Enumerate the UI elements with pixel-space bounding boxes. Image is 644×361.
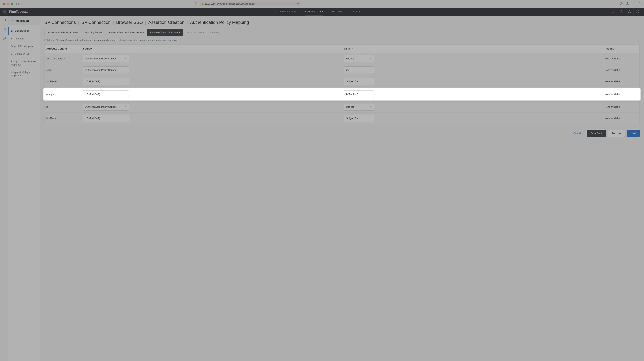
crumb-item[interactable]: Assertion Creation bbox=[148, 20, 184, 25]
source-select[interactable]: LDAP (LDAP)▾ bbox=[83, 90, 129, 98]
chevron-down-icon: ▾ bbox=[125, 58, 126, 60]
source-select[interactable]: LDAP (LDAP)▾ bbox=[83, 115, 129, 122]
sidenav-title: Integration bbox=[15, 19, 29, 22]
shield-rail-icon[interactable] bbox=[0, 37, 8, 40]
table-row: SAML_SUBJECTAuthentication Policy Contra… bbox=[44, 53, 640, 64]
actions-cell: None available bbox=[603, 93, 640, 96]
next-button[interactable]: Next bbox=[627, 130, 640, 137]
actions-cell: None available bbox=[603, 57, 640, 60]
cell-attr: email bbox=[44, 69, 81, 71]
search-icon[interactable] bbox=[609, 8, 617, 16]
close-window-button[interactable] bbox=[2, 3, 5, 5]
crumb-item[interactable]: SP Connection bbox=[81, 20, 111, 25]
url-text: 52.23.3.147:9999/pingfederate/app#/spCon… bbox=[205, 3, 256, 5]
table-row: idAuthentication Policy Contract▾subject… bbox=[44, 101, 640, 113]
step-tab[interactable]: Authentication Policy Contract bbox=[44, 29, 82, 36]
crumb-item[interactable]: Authentication Policy Mapping bbox=[190, 20, 249, 25]
svg-rect-4 bbox=[639, 3, 641, 5]
value-select[interactable]: isMemberOf▾ bbox=[344, 90, 374, 98]
crumb-sep: | bbox=[187, 20, 188, 25]
value-select[interactable]: Subject DN▾ bbox=[344, 78, 374, 85]
cell-attr: firstName bbox=[44, 80, 81, 83]
source-select[interactable]: Authentication Policy Contract▾ bbox=[83, 66, 129, 74]
help-icon[interactable]: ? bbox=[625, 8, 633, 16]
nav-security[interactable]: SECURITY bbox=[332, 8, 344, 16]
nav-applications[interactable]: APPLICATIONS bbox=[305, 8, 323, 16]
notifications-icon[interactable] bbox=[617, 8, 625, 16]
minimize-window-button[interactable] bbox=[6, 3, 9, 5]
info-icon[interactable]: ? bbox=[352, 48, 354, 50]
chevron-down-icon[interactable]: ▾ bbox=[21, 3, 22, 5]
crumb-sep: | bbox=[113, 20, 114, 25]
th-actions: Actions bbox=[603, 45, 640, 53]
sidenav-back-header[interactable]: 〈 Integration bbox=[8, 16, 40, 25]
sidenav-item[interactable]: SP Default URLs bbox=[8, 50, 40, 58]
value-select[interactable]: mail▾ bbox=[344, 66, 374, 74]
chevron-down-icon: ▾ bbox=[370, 58, 372, 60]
table-row: groupsLDAP (LDAP)▾isMemberOf▾None availa… bbox=[44, 88, 640, 101]
tabs-icon[interactable] bbox=[639, 2, 642, 6]
actions-cell: None available bbox=[603, 69, 640, 71]
brand-square-icon: Ping bbox=[2, 10, 7, 14]
step-tabs: Authentication Policy ContractMapping Me… bbox=[44, 29, 640, 36]
app-topnav: Ping PingFederate AUTHENTICATIONAPPLICAT… bbox=[0, 8, 644, 16]
brand-light: Federate bbox=[16, 10, 28, 14]
svg-point-10 bbox=[637, 11, 638, 12]
address-bar[interactable]: 🔒 52.23.3.147:9999/pingfederate/app#/spC… bbox=[200, 2, 301, 6]
browser-toolbar: ▾ 〈 〉 🔒 52.23.3.147:9999/pingfederate/ap… bbox=[0, 0, 644, 8]
step-tab[interactable]: Mapping Method bbox=[82, 29, 106, 36]
chevron-down-icon: ▾ bbox=[125, 117, 126, 119]
maximize-window-button[interactable] bbox=[11, 3, 13, 5]
nav-system[interactable]: SYSTEM bbox=[352, 8, 363, 16]
cell-attr: SAML_SUBJECT bbox=[44, 57, 81, 60]
crumb-item[interactable]: Browser SSO bbox=[116, 20, 143, 25]
downloads-icon[interactable] bbox=[620, 2, 622, 6]
value-select[interactable]: Subject DN▾ bbox=[344, 115, 374, 122]
svg-point-11 bbox=[4, 38, 4, 39]
step-tab: Summary bbox=[207, 29, 223, 36]
step-tab[interactable]: Attribute Contract Fulfillment bbox=[147, 29, 183, 36]
source-select[interactable]: Authentication Policy Contract▾ bbox=[83, 55, 129, 62]
step-tab: Issuance Criteria bbox=[183, 29, 207, 36]
step-tab[interactable]: Attribute Sources & User Lookup bbox=[106, 29, 147, 36]
svg-rect-3 bbox=[640, 2, 642, 4]
svg-line-6 bbox=[614, 12, 614, 13]
chevron-down-icon: ▾ bbox=[370, 93, 372, 95]
table-row: lastNameLDAP (LDAP)▾Subject DN▾None avai… bbox=[44, 113, 640, 124]
refresh-button[interactable]: ⟳ bbox=[297, 3, 299, 5]
user-avatar-icon[interactable] bbox=[633, 8, 642, 16]
sidenav-item[interactable]: Adapter-to-Adapter Mappings bbox=[8, 68, 40, 79]
source-select[interactable]: Authentication Policy Contract▾ bbox=[83, 103, 129, 111]
th-value: Value? bbox=[342, 45, 603, 53]
chevron-down-icon: ▾ bbox=[370, 106, 372, 108]
sidenav-item[interactable]: SP Adapters bbox=[8, 35, 40, 43]
crumb-item[interactable]: SP Connections bbox=[44, 20, 76, 25]
sidenav-item[interactable]: Policy Contract Adapter Mappings bbox=[8, 58, 40, 68]
nav-authentication[interactable]: AUTHENTICATION bbox=[275, 8, 296, 16]
document-rail-icon[interactable] bbox=[0, 28, 8, 31]
chevron-left-icon: 〈 bbox=[11, 19, 13, 22]
cell-attr: lastName bbox=[44, 117, 81, 120]
previous-button[interactable]: Previous bbox=[608, 130, 625, 137]
cancel-button[interactable]: Cancel bbox=[570, 130, 584, 137]
forward-button[interactable]: 〉 bbox=[31, 2, 34, 6]
th-attribute: Attribute Contract bbox=[44, 45, 81, 53]
cell-attr: groups bbox=[44, 93, 81, 96]
new-tab-icon[interactable]: ＋ bbox=[632, 2, 635, 6]
value-select[interactable]: subject▾ bbox=[344, 55, 374, 62]
source-select[interactable]: LDAP (LDAP)▾ bbox=[83, 78, 129, 85]
back-button[interactable]: 〈 bbox=[26, 2, 29, 6]
privacy-shield-icon[interactable] bbox=[195, 2, 197, 5]
actions-cell: None available bbox=[603, 117, 640, 120]
brand-logo[interactable]: Ping PingFederate bbox=[2, 10, 28, 14]
sidenav-item[interactable]: SP Connections bbox=[8, 27, 40, 35]
value-select[interactable]: subject▾ bbox=[344, 103, 374, 111]
chevron-down-icon: ▾ bbox=[370, 80, 372, 83]
sidenav-item[interactable]: Target URL Mapping bbox=[8, 42, 40, 50]
integration-rail-icon[interactable] bbox=[0, 18, 8, 22]
save-draft-button[interactable]: Save Draft bbox=[587, 130, 606, 137]
sidebar-toggle-button[interactable] bbox=[15, 2, 20, 6]
brand-bold: Ping bbox=[9, 10, 16, 14]
table-row: emailAuthentication Policy Contract▾mail… bbox=[44, 64, 640, 76]
share-icon[interactable] bbox=[626, 2, 629, 6]
